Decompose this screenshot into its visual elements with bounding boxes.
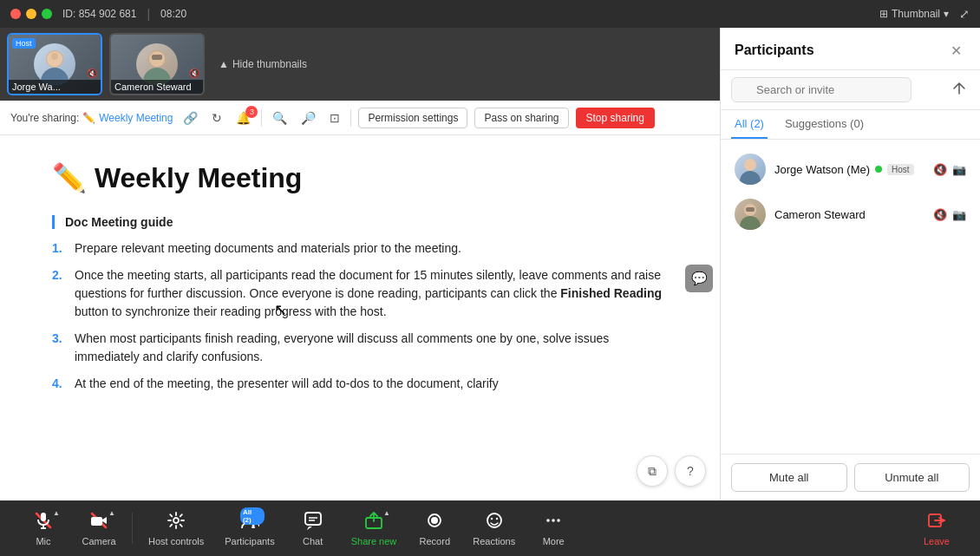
toolbar-share-new[interactable]: ▲ Share new [343,506,406,552]
pass-on-sharing-button[interactable]: Pass on sharing [474,108,568,128]
search-input[interactable] [731,77,911,102]
doc-content: ✏️ Weekly Meeting Doc Meeting guide 1. P… [0,135,720,500]
list-item: 4. At the end of the meeting, the presen… [52,375,668,393]
cameron-mute-icon: 🔇 [933,208,947,221]
sharing-doc-name: Weekly Meeting [99,112,173,124]
expand-button[interactable]: ⤢ [959,7,970,21]
sidebar-header: Participants ✕ [721,28,980,70]
participants-badge: All (2) [240,507,265,525]
thumbnail-label: Thumbnail [892,8,940,20]
jorge-online-dot [875,166,882,173]
fit-tool-button[interactable]: ⊡ [326,109,343,127]
participants-list: Jorge Watson (Me) Host 🔇 📷 [721,140,980,454]
thumbnail-cameron[interactable]: Cameron Steward 🔇 [109,33,205,95]
chat-icon [304,511,323,534]
tab-suggestions[interactable]: Suggestions (0) [781,110,867,139]
svg-point-8 [744,159,756,171]
jorge-thumb-label: Jorge Wa... [9,80,101,94]
hide-thumbnails-button[interactable]: ▲ Hide thumbnails [219,58,307,70]
thumbnail-button[interactable]: ⊞ Thumbnail ▾ [879,8,949,20]
floating-controls: ⧉ ? [637,455,706,487]
svg-point-19 [173,518,179,523]
svg-rect-14 [41,513,46,521]
thumbnail-jorge[interactable]: Host Jorge Wa... 🔇 [7,33,102,95]
close-dot[interactable] [10,9,21,19]
cameron-novideo-icon: 📷 [952,208,966,221]
refresh-tool-button[interactable]: ↻ [208,109,225,127]
toolbar-more[interactable]: More [527,506,579,552]
mic-label: Mic [36,536,50,546]
cameron-participant-name: Cameron Steward [774,208,924,221]
stop-sharing-button[interactable]: Stop sharing [576,108,655,128]
svg-point-29 [491,517,493,519]
sharing-label: You're sharing: ✏️ Weekly Meeting [10,112,173,124]
invite-button[interactable] [949,78,970,102]
bottom-toolbar: ▲ Mic ▲ Camera Host controls [0,500,980,556]
link-tool-button[interactable]: 🔗 [180,109,201,127]
minimize-dot[interactable] [26,9,36,19]
chat-label: Chat [303,536,323,546]
toolbar-reactions[interactable]: Reactions [464,506,524,552]
cameron-participant-avatar [735,199,766,230]
toolbar-mic[interactable]: ▲ Mic [17,506,69,552]
participants-sidebar: Participants ✕ 🔍 All (2) Suggestions (0) [720,28,980,500]
svg-point-32 [552,519,555,522]
search-row: 🔍 [721,70,980,110]
jorge-participant-name: Jorge Watson (Me) Host [774,163,924,176]
more-label: More [543,536,565,546]
unmute-all-button[interactable]: Unmute all [854,463,970,492]
toolbar-record[interactable]: Record [408,506,461,552]
toolbar-participants[interactable]: All (2) Participants [216,506,283,552]
mute-all-button[interactable]: Mute all [731,463,847,492]
jorge-role-badge: Host [887,164,914,175]
thumbnail-icon: ⊞ [879,8,888,20]
share-new-icon: ▲ [364,511,383,534]
top-bar: ID: 854 902 681 | 08:20 ⊞ Thumbnail ▾ ⤢ [0,0,980,28]
jorge-participant-avatar [735,154,766,185]
toolbar-host-controls[interactable]: Host controls [140,506,212,552]
zoom-in-tool-button[interactable]: 🔎 [297,109,319,127]
camera-chevron-icon: ▲ [108,509,115,517]
reactions-label: Reactions [473,536,515,546]
meeting-id: ID: 854 902 681 [62,8,136,20]
cameron-mute-audio-icon: 🔇 [189,69,199,78]
tabs-row: All (2) Suggestions (0) [721,110,980,140]
doc-list: 1. Prepare relevant meeting documents an… [52,239,668,393]
maximize-dot[interactable] [42,9,52,19]
record-label: Record [420,536,450,546]
svg-rect-12 [746,207,755,212]
meeting-time: 08:20 [160,8,186,20]
doc-area: Host Jorge Wa... 🔇 [0,28,720,500]
jorge-mute-icon: 🔇 [933,163,947,176]
svg-rect-18 [91,517,102,526]
cameron-avatar-svg [136,43,178,85]
share-chevron-icon: ▲ [383,509,390,517]
help-float-button[interactable]: ? [675,455,706,487]
chat-float-button[interactable]: 💬 [685,265,713,292]
more-icon [544,511,563,534]
participants-icon: All (2) [240,511,259,534]
svg-point-3 [51,53,58,60]
host-badge: Host [12,38,36,49]
doc-section-title: Doc Meeting guide [65,215,668,229]
jorge-mute-audio-icon: 🔇 [87,69,97,78]
camera-icon: ▲ [89,511,108,534]
copy-float-button[interactable]: ⧉ [637,455,668,487]
sharing-bar: You're sharing: ✏️ Weekly Meeting 🔗 ↻ 🔔 … [0,101,720,135]
share-invite-icon [952,82,966,95]
participant-item-jorge[interactable]: Jorge Watson (Me) Host 🔇 📷 [721,147,980,192]
permission-settings-button[interactable]: Permission settings [358,108,467,128]
toolbar-chat[interactable]: Chat [287,506,339,552]
sidebar-title: Participants [735,43,814,58]
toolbar-camera[interactable]: ▲ Camera [73,506,125,552]
participants-label: Participants [225,536,274,546]
main-area: Host Jorge Wa... 🔇 [0,28,980,500]
traffic-lights [10,9,52,19]
zoom-out-tool-button[interactable]: 🔍 [269,109,291,127]
sidebar-close-button[interactable]: ✕ [945,40,966,61]
jorge-novideo-icon: 📷 [952,163,966,176]
tab-all[interactable]: All (2) [731,110,768,139]
svg-point-11 [740,216,761,230]
toolbar-leave[interactable]: Leave [911,506,963,552]
participant-item-cameron[interactable]: Cameron Steward 🔇 📷 [721,192,980,237]
